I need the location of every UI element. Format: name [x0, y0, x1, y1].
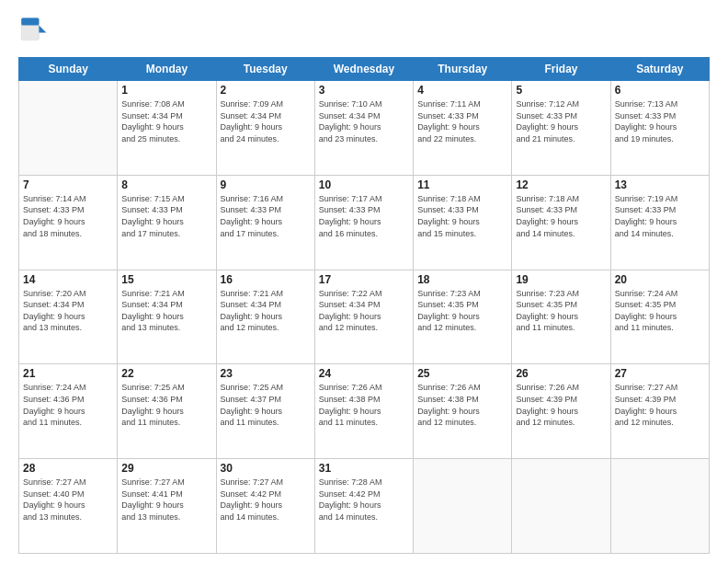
- day-number: 10: [319, 178, 409, 191]
- calendar-cell: 28Sunrise: 7:27 AM Sunset: 4:40 PM Dayli…: [19, 459, 118, 554]
- column-header-tuesday: Tuesday: [216, 58, 314, 81]
- calendar-cell: 1Sunrise: 7:08 AM Sunset: 4:34 PM Daylig…: [118, 81, 216, 176]
- svg-rect-1: [21, 18, 39, 26]
- day-info: Sunrise: 7:19 AM Sunset: 4:33 PM Dayligh…: [615, 193, 705, 239]
- calendar-cell: 20Sunrise: 7:24 AM Sunset: 4:35 PM Dayli…: [610, 270, 709, 364]
- calendar-cell: 11Sunrise: 7:18 AM Sunset: 4:33 PM Dayli…: [414, 175, 512, 270]
- calendar-cell: 21Sunrise: 7:24 AM Sunset: 4:36 PM Dayli…: [19, 364, 118, 459]
- column-header-sunday: Sunday: [19, 58, 118, 81]
- day-number: 18: [417, 273, 507, 286]
- day-number: 12: [516, 178, 606, 191]
- day-info: Sunrise: 7:21 AM Sunset: 4:34 PM Dayligh…: [121, 288, 211, 334]
- day-info: Sunrise: 7:18 AM Sunset: 4:33 PM Dayligh…: [516, 193, 606, 239]
- day-number: 26: [516, 367, 606, 380]
- day-info: Sunrise: 7:08 AM Sunset: 4:34 PM Dayligh…: [121, 98, 211, 144]
- day-number: 30: [221, 462, 311, 475]
- page: SundayMondayTuesdayWednesdayThursdayFrid…: [0, 0, 728, 563]
- day-info: Sunrise: 7:12 AM Sunset: 4:33 PM Dayligh…: [516, 98, 606, 144]
- week-row-4: 28Sunrise: 7:27 AM Sunset: 4:40 PM Dayli…: [19, 459, 710, 554]
- calendar-table: SundayMondayTuesdayWednesdayThursdayFrid…: [18, 57, 710, 554]
- day-number: 31: [319, 462, 409, 475]
- day-info: Sunrise: 7:17 AM Sunset: 4:33 PM Dayligh…: [319, 193, 409, 239]
- day-info: Sunrise: 7:10 AM Sunset: 4:34 PM Dayligh…: [319, 98, 409, 144]
- day-number: 1: [121, 84, 211, 97]
- day-info: Sunrise: 7:18 AM Sunset: 4:33 PM Dayligh…: [417, 193, 507, 239]
- day-number: 4: [417, 84, 507, 97]
- day-number: 14: [23, 273, 113, 286]
- svg-marker-2: [39, 26, 46, 33]
- day-info: Sunrise: 7:24 AM Sunset: 4:35 PM Dayligh…: [615, 288, 705, 334]
- day-number: 5: [516, 84, 606, 97]
- day-number: 27: [615, 367, 705, 380]
- day-info: Sunrise: 7:28 AM Sunset: 4:42 PM Dayligh…: [319, 477, 409, 523]
- day-number: 19: [516, 273, 606, 286]
- day-info: Sunrise: 7:27 AM Sunset: 4:41 PM Dayligh…: [121, 477, 211, 523]
- day-number: 16: [221, 273, 311, 286]
- calendar-cell: 5Sunrise: 7:12 AM Sunset: 4:33 PM Daylig…: [512, 81, 610, 176]
- calendar-cell: 31Sunrise: 7:28 AM Sunset: 4:42 PM Dayli…: [314, 459, 413, 554]
- day-number: 13: [615, 178, 705, 191]
- day-number: 20: [615, 273, 705, 286]
- day-number: 15: [121, 273, 211, 286]
- day-info: Sunrise: 7:13 AM Sunset: 4:33 PM Dayligh…: [615, 98, 705, 144]
- calendar-cell: [610, 459, 709, 554]
- calendar-cell: [19, 81, 118, 176]
- calendar-cell: 4Sunrise: 7:11 AM Sunset: 4:33 PM Daylig…: [414, 81, 512, 176]
- day-info: Sunrise: 7:23 AM Sunset: 4:35 PM Dayligh…: [417, 288, 507, 334]
- day-info: Sunrise: 7:25 AM Sunset: 4:37 PM Dayligh…: [221, 382, 311, 428]
- calendar-header-row: SundayMondayTuesdayWednesdayThursdayFrid…: [19, 58, 710, 81]
- day-info: Sunrise: 7:11 AM Sunset: 4:33 PM Dayligh…: [417, 98, 507, 144]
- column-header-wednesday: Wednesday: [314, 58, 413, 81]
- calendar-cell: 29Sunrise: 7:27 AM Sunset: 4:41 PM Dayli…: [118, 459, 216, 554]
- calendar-cell: 30Sunrise: 7:27 AM Sunset: 4:42 PM Dayli…: [216, 459, 314, 554]
- day-info: Sunrise: 7:15 AM Sunset: 4:33 PM Dayligh…: [121, 193, 211, 239]
- day-info: Sunrise: 7:22 AM Sunset: 4:34 PM Dayligh…: [319, 288, 409, 334]
- week-row-2: 14Sunrise: 7:20 AM Sunset: 4:34 PM Dayli…: [19, 270, 710, 364]
- calendar-cell: 23Sunrise: 7:25 AM Sunset: 4:37 PM Dayli…: [216, 364, 314, 459]
- day-number: 25: [417, 367, 507, 380]
- day-number: 3: [319, 84, 409, 97]
- calendar-cell: 8Sunrise: 7:15 AM Sunset: 4:33 PM Daylig…: [118, 175, 216, 270]
- calendar-cell: 19Sunrise: 7:23 AM Sunset: 4:35 PM Dayli…: [512, 270, 610, 364]
- calendar-cell: 6Sunrise: 7:13 AM Sunset: 4:33 PM Daylig…: [610, 81, 709, 176]
- logo-icon: [18, 17, 48, 46]
- calendar-cell: 22Sunrise: 7:25 AM Sunset: 4:36 PM Dayli…: [118, 364, 216, 459]
- day-number: 23: [221, 367, 311, 380]
- day-info: Sunrise: 7:26 AM Sunset: 4:38 PM Dayligh…: [319, 382, 409, 428]
- calendar-cell: 24Sunrise: 7:26 AM Sunset: 4:38 PM Dayli…: [314, 364, 413, 459]
- column-header-thursday: Thursday: [414, 58, 512, 81]
- calendar-cell: 16Sunrise: 7:21 AM Sunset: 4:34 PM Dayli…: [216, 270, 314, 364]
- calendar-cell: 12Sunrise: 7:18 AM Sunset: 4:33 PM Dayli…: [512, 175, 610, 270]
- calendar-cell: 26Sunrise: 7:26 AM Sunset: 4:39 PM Dayli…: [512, 364, 610, 459]
- week-row-1: 7Sunrise: 7:14 AM Sunset: 4:33 PM Daylig…: [19, 175, 710, 270]
- calendar-cell: 25Sunrise: 7:26 AM Sunset: 4:38 PM Dayli…: [414, 364, 512, 459]
- day-number: 29: [121, 462, 211, 475]
- column-header-saturday: Saturday: [610, 58, 709, 81]
- day-info: Sunrise: 7:14 AM Sunset: 4:33 PM Dayligh…: [23, 193, 113, 239]
- day-info: Sunrise: 7:21 AM Sunset: 4:34 PM Dayligh…: [221, 288, 311, 334]
- calendar-cell: 3Sunrise: 7:10 AM Sunset: 4:34 PM Daylig…: [314, 81, 413, 176]
- calendar-cell: 10Sunrise: 7:17 AM Sunset: 4:33 PM Dayli…: [314, 175, 413, 270]
- day-info: Sunrise: 7:24 AM Sunset: 4:36 PM Dayligh…: [23, 382, 113, 428]
- day-info: Sunrise: 7:26 AM Sunset: 4:39 PM Dayligh…: [516, 382, 606, 428]
- calendar-cell: 17Sunrise: 7:22 AM Sunset: 4:34 PM Dayli…: [314, 270, 413, 364]
- calendar-cell: [414, 459, 512, 554]
- day-info: Sunrise: 7:16 AM Sunset: 4:33 PM Dayligh…: [221, 193, 311, 239]
- day-info: Sunrise: 7:09 AM Sunset: 4:34 PM Dayligh…: [221, 98, 311, 144]
- logo: [18, 17, 51, 46]
- day-number: 9: [221, 178, 311, 191]
- calendar-cell: 14Sunrise: 7:20 AM Sunset: 4:34 PM Dayli…: [19, 270, 118, 364]
- day-info: Sunrise: 7:26 AM Sunset: 4:38 PM Dayligh…: [417, 382, 507, 428]
- day-info: Sunrise: 7:25 AM Sunset: 4:36 PM Dayligh…: [121, 382, 211, 428]
- day-number: 24: [319, 367, 409, 380]
- calendar-cell: 27Sunrise: 7:27 AM Sunset: 4:39 PM Dayli…: [610, 364, 709, 459]
- column-header-monday: Monday: [118, 58, 216, 81]
- day-number: 8: [121, 178, 211, 191]
- day-info: Sunrise: 7:27 AM Sunset: 4:39 PM Dayligh…: [615, 382, 705, 428]
- day-info: Sunrise: 7:27 AM Sunset: 4:40 PM Dayligh…: [23, 477, 113, 523]
- day-info: Sunrise: 7:20 AM Sunset: 4:34 PM Dayligh…: [23, 288, 113, 334]
- day-info: Sunrise: 7:23 AM Sunset: 4:35 PM Dayligh…: [516, 288, 606, 334]
- day-number: 21: [23, 367, 113, 380]
- column-header-friday: Friday: [512, 58, 610, 81]
- day-number: 2: [221, 84, 311, 97]
